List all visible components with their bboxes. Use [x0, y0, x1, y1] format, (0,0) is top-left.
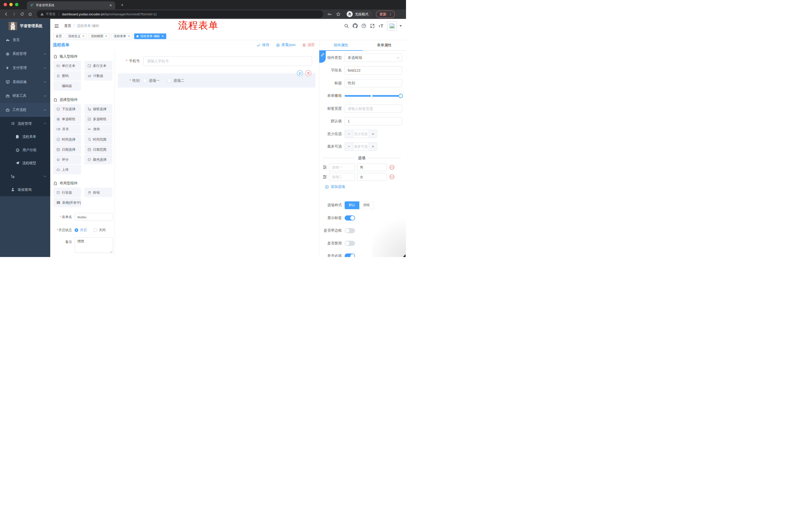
chip-row-container[interactable]: 行容器 [53, 188, 81, 197]
tab-component-props[interactable]: 组件属性 [319, 40, 363, 50]
option-1-label-input[interactable] [329, 163, 355, 171]
window-controls[interactable] [3, 3, 18, 6]
increase-button[interactable]: ＋ [369, 142, 377, 151]
chip-single-text[interactable]: 单行文本 [53, 61, 81, 71]
forward-button[interactable] [10, 11, 17, 18]
bookmark-star-icon[interactable] [336, 12, 341, 16]
border-toggle[interactable] [345, 228, 355, 233]
status-on-radio[interactable]: 开启 [75, 228, 87, 233]
sidebar-item-workflow[interactable]: 工作流程 [0, 103, 50, 117]
form-grid-slider[interactable] [345, 95, 402, 97]
form-canvas[interactable]: * 手机号 * 性别 选项一 [115, 50, 319, 257]
chip-switch[interactable]: 开关 [53, 125, 81, 134]
option-style-segmented[interactable]: 默认 按钮 [345, 201, 374, 209]
chip-slider[interactable]: 滑块 [84, 125, 112, 134]
chip-radio-group[interactable]: 单选框组 [53, 114, 81, 124]
view-json-button[interactable]: 查看json [276, 43, 295, 48]
component-type-select[interactable] [345, 54, 402, 62]
sidebar-item-system[interactable]: 系统管理 [0, 47, 50, 61]
sidebar-item-payment[interactable]: 支付管理 [0, 61, 50, 75]
maximize-window-button[interactable] [15, 3, 18, 6]
sidebar-item-devtools[interactable]: 研发工具 [0, 89, 50, 103]
chip-button[interactable]: 按钮 [84, 188, 112, 197]
browser-menu-icon[interactable] [389, 12, 392, 16]
chip-date[interactable]: 日期选择 [53, 144, 81, 154]
chip-color[interactable]: 颜色选择 [84, 155, 112, 164]
help-icon[interactable] [361, 23, 366, 28]
back-button[interactable] [2, 11, 9, 18]
default-value-input[interactable] [345, 117, 402, 125]
gender-option-1-checkbox[interactable]: 选项一 [143, 78, 160, 83]
sidebar-item-process-model[interactable]: 流程模型 [0, 156, 50, 170]
sidebar-item-process-mgmt[interactable]: 流程管理 [0, 117, 50, 130]
style-button-button[interactable]: 按钮 [359, 201, 374, 209]
remove-option-button[interactable] [389, 174, 395, 180]
checkbox[interactable] [143, 79, 146, 82]
reload-button[interactable] [19, 11, 25, 18]
sidebar-fold-icon[interactable] [54, 24, 59, 28]
tag-home[interactable]: 首页 [53, 33, 64, 39]
min-select-value[interactable]: 至少应选 [353, 130, 369, 138]
avatar-caret-icon[interactable] [400, 25, 402, 26]
browser-tab[interactable]: 芋道管理系统 ✕ [27, 1, 115, 9]
option-2-value-input[interactable] [357, 173, 386, 181]
style-default-button[interactable]: 默认 [345, 201, 359, 209]
delete-component-button[interactable] [305, 70, 311, 76]
update-button[interactable]: 更新 [376, 10, 395, 18]
option-1-value-input[interactable] [357, 163, 386, 171]
chip-select[interactable]: 下拉选择 [53, 104, 81, 114]
form-remark-textarea[interactable]: 嘿嘿 [75, 237, 113, 253]
sidebar-item-leave-query[interactable]: 请假查询 [0, 183, 50, 196]
chip-checkbox-group[interactable]: 多选框组 [84, 114, 112, 124]
title-input[interactable] [345, 79, 402, 87]
status-off-radio[interactable]: 关闭 [93, 228, 106, 233]
checkbox[interactable] [168, 79, 171, 82]
close-window-button[interactable] [3, 3, 7, 6]
chip-editor[interactable]: 编辑器 [53, 81, 81, 91]
password-key-icon[interactable] [328, 12, 331, 16]
add-option-button[interactable]: 添加选项 [321, 182, 402, 192]
sidebar-item-user-group[interactable]: 用户分组 [0, 143, 50, 157]
tag-process-model[interactable]: 流程模型✕ [89, 33, 110, 39]
chip-cascade[interactable]: 级联选择 [84, 104, 112, 114]
close-icon[interactable]: ✕ [161, 35, 164, 38]
chip-time-range[interactable]: 时间范围 [84, 135, 112, 144]
chip-multi-text[interactable]: 多行文本 [84, 61, 112, 71]
show-label-toggle[interactable] [345, 215, 355, 220]
github-icon[interactable] [353, 23, 358, 28]
drag-handle-icon[interactable] [323, 165, 327, 169]
min-select-stepper[interactable]: − 至少应选 ＋ [345, 130, 377, 138]
home-button[interactable] [27, 11, 33, 18]
max-select-stepper[interactable]: − 最多可选 ＋ [345, 142, 377, 151]
minimize-window-button[interactable] [9, 3, 12, 6]
fullscreen-icon[interactable] [370, 23, 375, 28]
breadcrumb-home[interactable]: 首页 [64, 23, 71, 28]
sidebar-item-task-mgmt[interactable] [0, 170, 50, 183]
sidebar-item-process-form[interactable]: 流程表单 [0, 130, 50, 143]
sidebar-item-infra[interactable]: 基础设施 [0, 75, 50, 89]
avatar[interactable] [387, 21, 397, 30]
close-icon[interactable]: ✕ [105, 35, 107, 38]
save-button[interactable]: 保存 [257, 43, 269, 48]
tag-process-form[interactable]: 流程表单✕ [111, 33, 133, 39]
gender-option-2-checkbox[interactable]: 选项二 [168, 78, 184, 83]
font-size-icon[interactable] [379, 23, 384, 28]
option-2-label-input[interactable] [329, 173, 355, 181]
chip-password[interactable]: 密码 [53, 71, 81, 80]
form-name-input[interactable] [75, 213, 113, 221]
disabled-toggle[interactable] [345, 241, 355, 246]
phone-input[interactable] [143, 57, 312, 66]
required-toggle[interactable] [345, 253, 355, 257]
increase-button[interactable]: ＋ [369, 130, 377, 138]
chip-upload[interactable]: 上传 [53, 165, 81, 174]
clear-button[interactable]: 清空 [302, 43, 315, 48]
close-icon[interactable]: ✕ [127, 35, 130, 38]
phone-field-row[interactable]: * 手机号 [115, 57, 312, 66]
chip-rate[interactable]: 评分 [53, 155, 81, 164]
resize-grip[interactable] [110, 251, 112, 253]
search-icon[interactable] [344, 23, 349, 28]
chip-table[interactable]: 表格[开发中] [53, 198, 81, 207]
sidebar-item-home[interactable]: 首页 [0, 33, 50, 47]
tab-close-icon[interactable]: ✕ [109, 3, 112, 7]
tag-process-form-edit[interactable]: 流程表单-编辑✕ [134, 33, 166, 39]
